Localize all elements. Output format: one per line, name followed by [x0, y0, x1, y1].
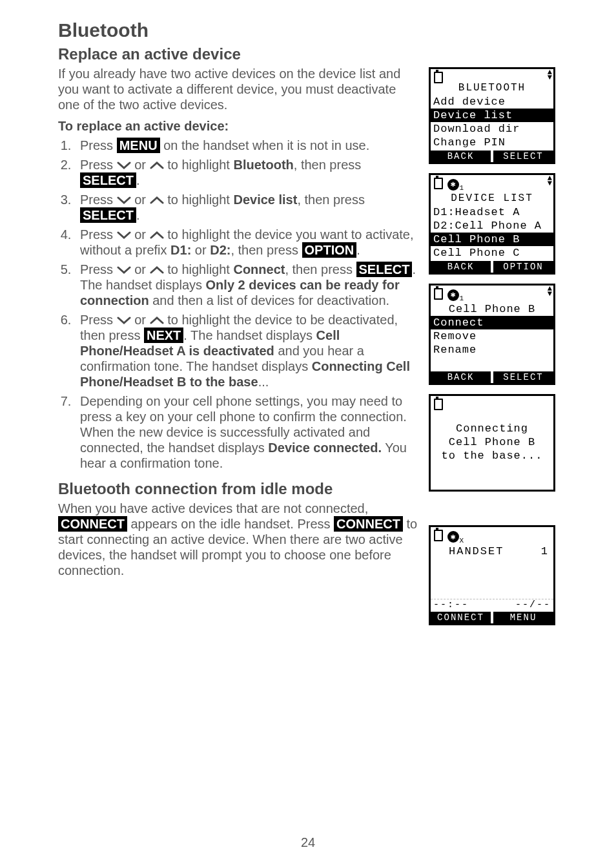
lcd-message-line: Cell Phone B [431, 435, 553, 449]
step-6: Press or to highlight the device to be d… [75, 312, 420, 390]
lcd-item-selected: Cell Phone B [431, 233, 553, 246]
status-icons: ✱X [432, 528, 464, 544]
main-column: Replace an active device If you already … [58, 45, 420, 625]
section-a-intro: If you already have two active devices o… [58, 66, 420, 112]
bluetooth-icon: ✱ [447, 289, 459, 301]
lcd-screen-device-options: ✱1 ▲▼ Cell Phone B Connect Remove Rename… [429, 284, 555, 385]
lcd-item: Change PIN [431, 136, 553, 149]
lcd-item: Remove [431, 329, 553, 343]
select-keyword: SELECT [80, 172, 136, 188]
softkey-back: BACK [431, 151, 491, 162]
battery-icon [432, 397, 441, 408]
scroll-indicator-icon: ▲▼ [548, 176, 552, 186]
figure-column: ▲▼ BLUETOOTH Add device Device list Down… [429, 45, 558, 625]
down-arrow-icon [117, 196, 131, 205]
status-icons: ✱1 [432, 176, 464, 192]
down-arrow-icon [117, 161, 131, 171]
step-2: Press or to highlight Bluetooth, then pr… [75, 157, 420, 188]
battery-icon [432, 70, 441, 81]
up-arrow-icon [150, 161, 164, 171]
lcd-item: Add device [431, 95, 553, 109]
lcd-screen-bluetooth-menu: ▲▼ BLUETOOTH Add device Device list Down… [429, 67, 555, 164]
connect-keyword: CONNECT [334, 516, 403, 532]
scroll-indicator-icon: ▲▼ [548, 70, 552, 80]
section-b-para: When you have active devices that are no… [58, 501, 420, 578]
bluetooth-icon: ✱ [447, 531, 459, 543]
lcd-message-line: Connecting [431, 422, 553, 435]
lcd-screen-connecting: Connecting Cell Phone B to the base... [429, 394, 555, 492]
bluetooth-icon: ✱ [447, 179, 459, 191]
step-5: Press or to highlight Connect, then pres… [75, 262, 420, 308]
lcd-item: D1:Headset A [431, 205, 553, 219]
softkey-select: SELECT [493, 371, 553, 383]
lcd-screen-idle: ✱X HANDSET 1 --:-- --/-- [429, 525, 555, 625]
step-7: Depending on your cell phone settings, y… [75, 393, 420, 471]
section-a-heading: Replace an active device [58, 45, 420, 63]
lcd-message-line: to the base... [431, 449, 553, 463]
lcd-screen-device-list: ✱1 ▲▼ DEVICE LIST D1:Headset A D2:Cell P… [429, 173, 555, 275]
step-1: Press MENU on the handset when it is not… [75, 138, 420, 153]
select-keyword: SELECT [80, 207, 136, 223]
softkey-menu: MENU [493, 612, 553, 623]
lcd-title: BLUETOOTH [431, 81, 553, 95]
softkey-option: OPTION [493, 261, 553, 273]
status-icons: ✱1 [432, 286, 464, 302]
page-number: 24 [0, 835, 616, 850]
battery-icon [432, 176, 441, 187]
down-arrow-icon [117, 266, 131, 275]
menu-keyword: MENU [117, 138, 160, 153]
up-arrow-icon [150, 196, 164, 205]
lcd-handset-row: HANDSET 1 [431, 545, 553, 558]
step-4: Press or to highlight the device you wan… [75, 227, 420, 258]
up-arrow-icon [150, 317, 164, 326]
up-arrow-icon [150, 266, 164, 275]
battery-icon [432, 528, 441, 539]
softkey-back: BACK [431, 261, 491, 273]
scroll-indicator-icon: ▲▼ [548, 286, 552, 296]
lcd-item: D2:Cell Phone A [431, 219, 553, 233]
next-keyword: NEXT [144, 328, 183, 343]
step-3: Press or to highlight Device list, then … [75, 192, 420, 223]
lcd-title: DEVICE LIST [431, 192, 553, 205]
lcd-datetime-row: --:-- --/-- [431, 599, 553, 610]
softkey-connect: CONNECT [431, 612, 491, 623]
select-keyword: SELECT [356, 262, 413, 277]
section-a-steps: Press MENU on the handset when it is not… [58, 138, 420, 471]
lcd-item: Rename [431, 343, 553, 357]
page-title: Bluetooth [58, 19, 558, 41]
softkey-back: BACK [431, 371, 491, 383]
lcd-item-selected: Connect [431, 316, 553, 329]
option-keyword: OPTION [302, 242, 357, 258]
section-a-subbold: To replace an active device: [58, 119, 420, 134]
battery-icon [432, 286, 441, 298]
lcd-item-selected: Device list [431, 109, 553, 122]
connect-keyword: CONNECT [58, 516, 127, 532]
down-arrow-icon [117, 317, 131, 326]
softkey-select: SELECT [493, 151, 553, 162]
lcd-item: Cell Phone C [431, 246, 553, 260]
lcd-item: Download dir [431, 122, 553, 136]
lcd-title: Cell Phone B [431, 302, 553, 316]
section-b-heading: Bluetooth connection from idle mode [58, 480, 420, 498]
up-arrow-icon [150, 231, 164, 240]
down-arrow-icon [117, 231, 131, 240]
